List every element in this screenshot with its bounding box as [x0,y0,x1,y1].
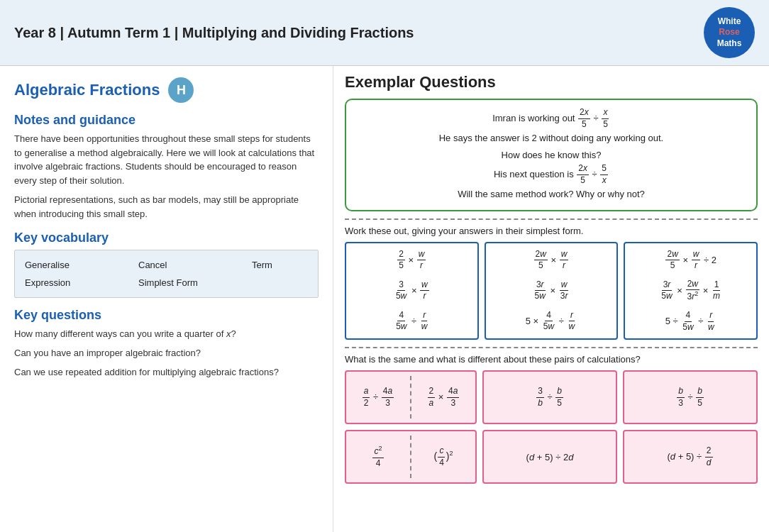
divider-1 [345,218,758,220]
pink-row-1: a2 ÷ 4a3 2a × 4a3 3b [345,370,758,424]
pink-box-4: c24 (c4)2 [345,430,477,484]
bb3-r3: 5 ÷ 45w ÷ rw [665,310,717,333]
logo-line2: Rose [719,27,739,38]
question-3: Can we use repeated addition for multipl… [14,365,319,380]
pink-row-2: c24 (c4)2 (d + 5) ÷ 2d (d + [345,430,758,484]
green-line1: Imran is working out 2x5 ÷ x5 [358,107,745,130]
pb1-r1: 2a × 4a3 [427,386,460,409]
green-line4: His next question is 2x5 ÷ 5x [358,163,745,186]
vocab-generalise: Generalise [25,260,96,270]
pb1-left: a2 ÷ 4a3 [352,386,404,409]
bb3-r1: 2w5 × wr ÷ 2 [665,249,716,272]
notes-title: Notes and guidance [14,113,319,128]
vocab-term: Term [252,260,323,270]
same-diff-label: What is the same and what is different a… [345,354,758,365]
green-question-box: Imran is working out 2x5 ÷ x5 He says th… [345,99,758,211]
question-1: How many different ways can you write a … [14,327,319,342]
fraction-5-x: 5x [600,163,608,186]
fraction-2x-5b: 2x5 [577,163,589,186]
vocab-expression: Expression [25,277,96,288]
pb4-r1: (c4)2 [433,445,453,468]
header-rest: | Autumn Term 1 | Multiplying and Dividi… [56,25,414,40]
divider-2 [345,347,758,348]
blue-box-3: 2w5 × wr ÷ 2 3r5w × 2w3r2 × 1m 5 ÷ 45w ÷… [624,242,758,340]
pink-box-5: (d + 5) ÷ 2d [482,430,617,484]
pink-box-3: b3 ÷ b5 [623,370,758,424]
work-out-label: Work these out, giving your answers in t… [345,226,758,236]
pb5-content: (d + 5) ÷ 2d [526,452,574,462]
vocab-empty [252,277,323,288]
pink-box-1: a2 ÷ 4a3 2a × 4a3 [345,370,477,424]
difficulty-badge: H [168,77,194,103]
pb4-left: c24 [352,445,404,469]
page-header: Year 8 | Autumn Term 1 | Multiplying and… [0,0,769,66]
key-questions-title: Key questions [14,308,319,323]
exemplar-title: Exemplar Questions [345,73,758,92]
green-line3: How does he know this? [358,147,745,163]
pink-box-2: 3b ÷ b5 [482,370,617,424]
bb2-r2: 3r5w × w3r [533,279,570,302]
bb2-r1: 2w5 × wr [533,249,570,272]
pb6-content: (d + 5) ÷ 2d [668,445,714,468]
vocab-title: Key vocabulary [14,231,319,245]
logo-line1: White [718,16,741,28]
pb1-l1: a2 ÷ 4a3 [362,386,394,409]
main-content: Algebraic Fractions H Notes and guidance… [0,66,769,532]
blue-grid-row: 25 × wr 35w × wr 45w ÷ rw 2w5 [345,242,758,340]
logo-line3: Maths [717,38,742,50]
bb1-r1: 25 × wr [397,249,426,272]
pb3-content: b3 ÷ b5 [676,386,704,409]
notes-p1: There have been opportunities throughout… [14,132,319,187]
year-bold: Year 8 [14,25,56,40]
green-line2: He says the answer is 2 without doing an… [358,130,745,146]
vocab-simplest: Simplest Form [138,277,209,288]
bb2-r3: 5 × 45w ÷ rw [526,310,577,333]
green-line5: Will the same method work? Why or why no… [358,186,745,202]
pink-vdivider-1 [410,376,411,419]
blue-box-1: 25 × wr 35w × wr 45w ÷ rw [345,242,479,340]
left-panel: Algebraic Fractions H Notes and guidance… [0,66,333,532]
right-panel: Exemplar Questions Imran is working out … [333,66,769,532]
bb3-r2: 3r5w × 2w3r2 × 1m [659,279,722,303]
pb4-l1: c24 [372,445,384,469]
blue-box-2: 2w5 × wr 3r5w × w3r 5 × 45w ÷ rw [485,242,619,340]
wrm-logo: White Rose Maths [704,7,755,58]
section-title: Algebraic Fractions [14,81,160,99]
fraction-2x-5: 2x5 [578,107,590,130]
pb4-right: (c4)2 [417,445,470,468]
question-2: Can you have an improper algebraic fract… [14,346,319,361]
bb1-r2: 35w × wr [394,279,430,302]
pb1-right: 2a × 4a3 [417,386,470,409]
notes-p2: Pictorial representations, such as bar m… [14,193,319,221]
pb2-content: 3b ÷ b5 [536,386,564,409]
pink-box-6: (d + 5) ÷ 2d [623,430,758,484]
vocab-table: Generalise Cancel Term Expression Simple… [14,250,319,298]
pink-vdivider-2 [410,436,411,478]
vocab-cancel: Cancel [138,260,209,270]
page-title: Year 8 | Autumn Term 1 | Multiplying and… [14,25,414,41]
vocab-row-1: Generalise Cancel Term [25,256,308,274]
fraction-x-5: x5 [602,107,609,130]
section-header: Algebraic Fractions H [14,77,319,103]
vocab-row-2: Expression Simplest Form [25,274,308,292]
bb1-r3: 45w ÷ rw [394,310,429,333]
